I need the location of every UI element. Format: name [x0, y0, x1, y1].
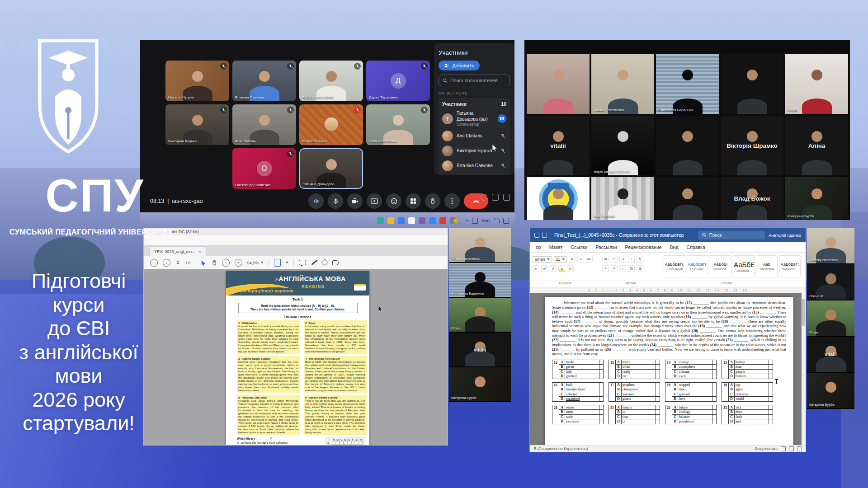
- tray-expand-icon[interactable]: ^: [466, 218, 468, 223]
- video-tile[interactable]: Luba Cheshenko: [366, 104, 430, 145]
- video-tile[interactable]: Вікторія Шрамко: [721, 116, 783, 175]
- style-card[interactable]: АаБбВı Заголово...: [710, 255, 731, 277]
- style-card[interactable]: АаБбВвГ Заголово...: [733, 255, 755, 277]
- raise-hand-button[interactable]: [425, 193, 440, 209]
- shading-icon[interactable]: ▨: [628, 265, 635, 272]
- line-spacing-icon[interactable]: ↕: [619, 265, 626, 272]
- video-tile[interactable]: Татьяна Давыдова: [299, 148, 363, 189]
- participant-row[interactable]: Аня Шабаль: [442, 131, 506, 141]
- zoom-out-button[interactable]: −: [222, 259, 230, 267]
- comment-icon[interactable]: [299, 260, 306, 265]
- layout-button[interactable]: [406, 193, 421, 209]
- video-tile[interactable]: Яна Пустовіт: [591, 177, 654, 220]
- video-tile[interactable]: Аліна: [785, 116, 848, 175]
- page-view-icon[interactable]: [274, 259, 281, 267]
- viber-icon[interactable]: [419, 217, 425, 224]
- taskbar-app-icon[interactable]: [408, 217, 415, 224]
- ribbon-tab[interactable]: Рассылки: [591, 244, 621, 250]
- align-center-icon[interactable]: ≡: [611, 265, 618, 272]
- video-tile[interactable]: Игорь: [449, 298, 511, 333]
- ribbon-tab[interactable]: Макет: [545, 244, 567, 250]
- indent-icon[interactable]: ⇥: [619, 256, 626, 263]
- select-tool-icon[interactable]: [201, 260, 206, 266]
- video-tile[interactable]: Игорь: [785, 54, 848, 114]
- pdf-document-area[interactable]: АНГЛІЙСЬКА МОВА READING демонстраційний …: [144, 269, 448, 445]
- style-card[interactable]: Aab Заголовок: [756, 255, 778, 277]
- video-tile[interactable]: Катерина Бурба: [807, 373, 854, 409]
- font-color-icon[interactable]: А: [567, 265, 574, 272]
- undo-icon[interactable]: [542, 233, 547, 238]
- save-icon[interactable]: [534, 233, 539, 238]
- people-icon[interactable]: [503, 194, 510, 201]
- video-tile[interactable]: Наталія Чуприк: [165, 61, 229, 101]
- video-tile[interactable]: [721, 54, 783, 114]
- video-tile[interactable]: Віталіна Савкова: [232, 61, 296, 101]
- video-tile[interactable]: Катерина Бурба: [449, 367, 511, 402]
- print-layout-icon[interactable]: [789, 446, 794, 451]
- style-card[interactable]: АаБбВвГг, 1 Без инт...: [687, 255, 708, 277]
- language-status[interactable]: Я (Соединенное Королевство): [533, 446, 588, 451]
- meeting-info-icon[interactable]: [481, 194, 487, 201]
- font-name-select[interactable]: oman: [533, 256, 552, 263]
- focus-mode-label[interactable]: Фокусировка: [755, 446, 778, 451]
- chrome-icon[interactable]: [450, 217, 457, 224]
- change-case-icon[interactable]: Аа: [586, 256, 593, 263]
- participant-row[interactable]: Віталіна Савкова: [442, 160, 506, 171]
- language-indicator[interactable]: РУС: [481, 218, 490, 223]
- borders-icon[interactable]: ⊞: [637, 265, 643, 272]
- volume-icon[interactable]: [503, 218, 509, 224]
- fill-sign-icon[interactable]: [321, 259, 328, 267]
- word-document-area[interactable]: Whenever we read about the natural world…: [530, 293, 806, 445]
- tray-icon[interactable]: [472, 218, 478, 224]
- camera-button[interactable]: [347, 193, 363, 209]
- folder-icon[interactable]: [387, 217, 394, 224]
- pilcrow-icon[interactable]: ¶: [637, 256, 643, 263]
- video-tile[interactable]: Anatoliy Ishchenko: [591, 54, 654, 114]
- video-tile[interactable]: Лілія Солнцева: [299, 104, 363, 145]
- style-card[interactable]: АаБбВвГг, 1 Обычный: [664, 255, 685, 277]
- read-mode-icon[interactable]: [781, 446, 786, 451]
- search-users-input[interactable]: Поиск пользователей: [439, 75, 510, 86]
- video-tile[interactable]: [656, 177, 719, 220]
- hand-tool-icon[interactable]: [211, 260, 217, 266]
- subscript-icon[interactable]: х₂: [533, 265, 539, 272]
- chat-icon[interactable]: [492, 194, 499, 201]
- video-tile[interactable]: vitalii: [449, 333, 511, 367]
- add-user-button[interactable]: Добавить: [439, 61, 480, 70]
- align-left-icon[interactable]: ≡: [602, 265, 609, 272]
- account-name[interactable]: Анатолій Іщенко: [769, 233, 801, 238]
- video-tile[interactable]: марія шендрегоренко: [591, 116, 654, 175]
- video-tile[interactable]: vitalii: [527, 116, 590, 175]
- video-tile[interactable]: О Олександр Єсипенко: [232, 148, 296, 189]
- ribbon-tab[interactable]: Ссылки: [566, 244, 591, 250]
- video-tile[interactable]: Д Дарья Тарасенко: [366, 61, 430, 101]
- participant-row[interactable]: Т Татьяна Давыдова (вы) Организатор: [442, 111, 506, 127]
- highlight-icon[interactable]: а: [558, 265, 565, 272]
- superscript-icon[interactable]: х²: [541, 265, 548, 272]
- video-tile[interactable]: Катерина Бурба: [785, 177, 848, 220]
- sort-icon[interactable]: ↓: [628, 256, 635, 263]
- video-tile[interactable]: Лариса Замотайло: [299, 61, 363, 101]
- ribbon-tab[interactable]: Справка: [683, 244, 709, 250]
- shrink-font-icon[interactable]: а: [577, 256, 584, 263]
- page-number-input[interactable]: 2: [175, 260, 181, 265]
- video-tile[interactable]: Аня Шабаль: [232, 104, 296, 145]
- present-screen-button[interactable]: [367, 193, 382, 209]
- video-tile[interactable]: [527, 54, 590, 114]
- taskbar-app-icon[interactable]: [398, 217, 405, 224]
- taskbar-app-icon[interactable]: [377, 217, 384, 224]
- ribbon-tab[interactable]: Вид: [666, 244, 683, 250]
- video-tile[interactable]: Єлизавета Баранник: [449, 263, 511, 298]
- video-tile[interactable]: Anatoliy Ishchenko: [807, 228, 854, 264]
- zoom-level-select[interactable]: 54,5%: [247, 260, 264, 265]
- video-tile[interactable]: Игорь: [807, 300, 854, 337]
- video-tile[interactable]: [656, 116, 719, 175]
- pencil-icon[interactable]: [311, 260, 316, 265]
- audio-level-button[interactable]: [308, 193, 324, 209]
- close-tab-icon[interactable]: ×: [199, 249, 201, 254]
- video-tile[interactable]: Влад Божок: [721, 177, 783, 220]
- pdf-document-tab[interactable]: YEVI-2023_angl_mo... ×: [149, 246, 206, 256]
- video-tile[interactable]: vitalii: [807, 337, 854, 373]
- video-tile[interactable]: Виктория Буцька: [165, 104, 229, 145]
- font-size-select[interactable]: 11: [554, 256, 567, 263]
